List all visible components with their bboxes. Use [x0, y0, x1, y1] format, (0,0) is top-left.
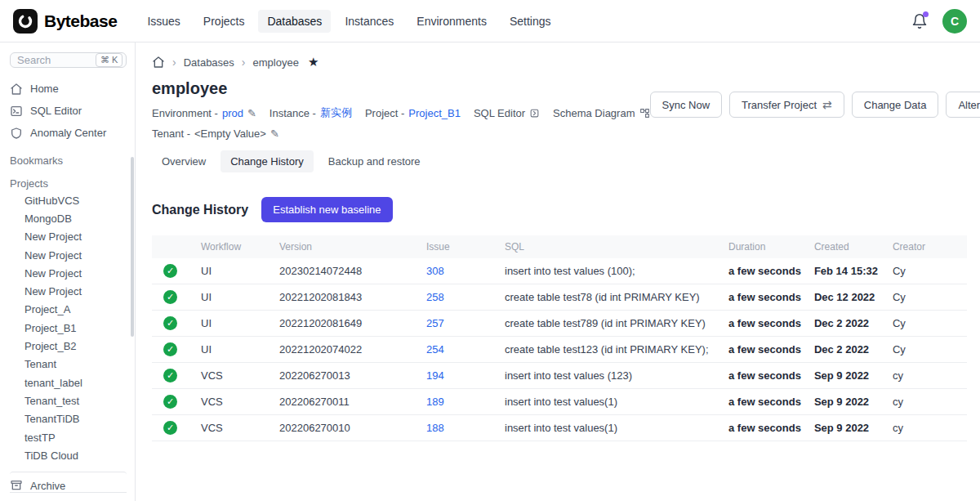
cell-version: 202206270013	[273, 363, 420, 389]
alter-schema-button[interactable]: Alter Schema	[946, 92, 980, 118]
tab-backup-restore[interactable]: Backup and restore	[318, 150, 430, 172]
sidebar-project-item[interactable]: TiDB Cloud	[10, 446, 127, 464]
table-row[interactable]: ✓ UI 20221202081843 258 create table tes…	[152, 284, 967, 311]
sync-now-button[interactable]: Sync Now	[650, 92, 723, 118]
project-name: Project_B1	[24, 322, 77, 334]
success-check-icon: ✓	[163, 421, 177, 435]
shield-icon	[10, 127, 23, 140]
project-name: New Project	[24, 285, 82, 297]
sql-editor-link[interactable]: SQL Editor	[474, 107, 540, 119]
project-link[interactable]: Project_B1	[408, 107, 461, 119]
success-check-icon: ✓	[163, 264, 177, 278]
issue-link[interactable]: 308	[426, 265, 444, 277]
search-shortcut: ⌘ K	[96, 53, 122, 67]
cell-version: 202206270010	[273, 415, 420, 441]
issue-link[interactable]: 258	[426, 291, 444, 303]
sidebar-project-item[interactable]: testTP	[10, 428, 127, 446]
cell-workflow: VCS	[194, 389, 273, 415]
search-input[interactable]	[17, 54, 91, 66]
project-name: New Project	[24, 230, 82, 243]
environment-link[interactable]: prod	[222, 107, 243, 119]
sidebar-project-item[interactable]: GitHubVCS	[10, 191, 127, 209]
project-name: tenant_label	[24, 377, 82, 389]
sidebar-item-archive[interactable]: Archive	[10, 472, 127, 492]
sidebar-project-item[interactable]: New Project	[10, 282, 127, 300]
table-row[interactable]: ✓ VCS 202206270013 194 insert into test …	[152, 363, 967, 389]
success-check-icon: ✓	[163, 395, 177, 409]
schema-diagram-icon	[639, 108, 650, 119]
sidebar-project-item[interactable]: New Project	[10, 228, 127, 246]
col-creator: Creator	[886, 235, 967, 258]
sidebar-project-item[interactable]: New Project	[10, 264, 127, 282]
tab-overview[interactable]: Overview	[152, 150, 216, 172]
sidebar-project-item[interactable]: MongoDB	[10, 209, 127, 227]
bytebase-logo[interactable]: Bytebase	[13, 9, 117, 34]
cell-sql: insert into test values(1)	[498, 389, 722, 415]
establish-baseline-button[interactable]: Establish new baseline	[261, 197, 392, 222]
nav-item-projects[interactable]: Projects	[194, 10, 254, 33]
cell-duration: a few seconds	[722, 258, 808, 284]
nav-item-settings[interactable]: Settings	[501, 10, 560, 33]
enterprise-plan-link[interactable]: Enterprise Plan	[10, 492, 127, 501]
issue-link[interactable]: 194	[426, 369, 444, 382]
table-row[interactable]: ✓ VCS 202206270010 188 insert into test …	[152, 415, 967, 441]
instance-link[interactable]: 新实例	[320, 105, 352, 120]
breadcrumb-databases[interactable]: Databases	[184, 56, 234, 69]
sidebar-project-item[interactable]: Project_A	[10, 301, 127, 319]
sidebar-project-item[interactable]: New Project	[10, 246, 127, 264]
breadcrumb-employee[interactable]: employee	[253, 56, 299, 69]
issue-link[interactable]: 189	[426, 396, 444, 408]
sidebar-item-label: Anomaly Center	[30, 127, 106, 139]
table-row[interactable]: ✓ UI 20221202081649 257 create table tes…	[152, 311, 967, 337]
project-name: New Project	[24, 267, 82, 280]
sidebar-project-item[interactable]: Project_B2	[10, 337, 127, 355]
breadcrumb: › Databases › employee ★	[152, 54, 967, 70]
sidebar-project-item[interactable]: tenant_label	[10, 374, 127, 391]
notifications-bell-icon[interactable]	[911, 13, 928, 29]
transfer-project-button[interactable]: Transfer Project⇄	[729, 92, 844, 118]
col-workflow: Workflow	[194, 235, 273, 258]
cell-creator: cy	[886, 415, 967, 441]
cell-created: Sep 9 2022	[808, 389, 886, 415]
nav-item-environments[interactable]: Environments	[408, 10, 496, 33]
sidebar-project-item[interactable]: Project_B1	[10, 319, 127, 337]
notification-dot	[923, 11, 929, 17]
cell-workflow: UI	[194, 258, 273, 284]
bookmark-star-icon[interactable]: ★	[308, 55, 318, 69]
nav-item-instances[interactable]: Instances	[336, 10, 403, 33]
table-row[interactable]: ✓ UI 20221202074022 254 create table tes…	[152, 337, 967, 363]
project-name: TiDB Cloud	[24, 450, 78, 462]
user-avatar[interactable]: C	[942, 9, 967, 34]
table-row[interactable]: ✓ VCS 202206270011 189 insert into test …	[152, 389, 967, 415]
table-row[interactable]: ✓ UI 20230214072448 308 insert into test…	[152, 258, 967, 284]
issue-link[interactable]: 254	[426, 343, 444, 356]
sidebar-section-projects: Projects	[10, 177, 127, 190]
edit-tenant-icon[interactable]: ✎	[270, 127, 279, 140]
sidebar: ⌘ K Home SQL Editor Anomaly Center Bookm…	[0, 42, 136, 501]
transfer-icon: ⇄	[822, 98, 832, 111]
sidebar-item-sql-editor[interactable]: SQL Editor	[10, 100, 127, 122]
sidebar-scrollbar[interactable]	[131, 157, 134, 337]
breadcrumb-home-icon[interactable]	[152, 56, 165, 69]
tenant-label: Tenant -	[152, 127, 190, 140]
tab-change-history[interactable]: Change History	[220, 150, 314, 172]
sidebar-project-item[interactable]: TenantTiDB	[10, 410, 127, 428]
schema-diagram-link[interactable]: Schema Diagram	[553, 107, 649, 119]
issue-link[interactable]: 257	[426, 317, 444, 329]
sidebar-item-home[interactable]: Home	[10, 78, 127, 100]
main-content: › Databases › employee ★ employee Enviro…	[136, 42, 980, 501]
cell-sql: create table test123 (id int PRIMARY KEY…	[498, 337, 722, 363]
nav-item-databases[interactable]: Databases	[258, 10, 331, 33]
sidebar-project-item[interactable]: Tenant	[10, 356, 127, 374]
edit-environment-icon[interactable]: ✎	[247, 107, 256, 119]
project-name: Project_B2	[24, 340, 77, 352]
sidebar-project-item[interactable]: Tenant_test	[10, 391, 127, 409]
sidebar-item-anomaly-center[interactable]: Anomaly Center	[10, 122, 127, 144]
archive-icon	[10, 479, 23, 492]
search-box[interactable]: ⌘ K	[10, 52, 127, 68]
section-title: Change History	[152, 203, 248, 217]
issue-link[interactable]: 188	[426, 422, 444, 434]
cell-created: Dec 2 2022	[808, 311, 886, 337]
change-data-button[interactable]: Change Data	[852, 92, 939, 118]
nav-item-issues[interactable]: Issues	[138, 10, 189, 33]
